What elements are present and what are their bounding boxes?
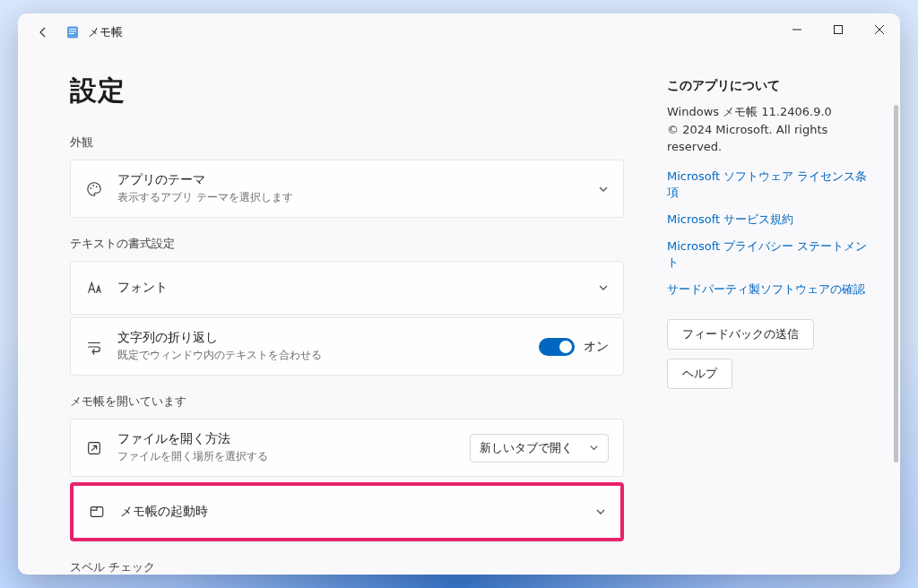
- word-wrap-sub: 既定でウィンドウ内のテキストを合わせる: [117, 348, 524, 363]
- close-button[interactable]: [859, 13, 900, 46]
- file-open-combo-value: 新しいタブで開く: [480, 440, 573, 456]
- tab-icon: [88, 504, 106, 520]
- about-heading: このアプリについて: [667, 78, 875, 94]
- app-theme-row[interactable]: アプリのテーマ 表示するアプリ テーマを選択します: [70, 160, 624, 218]
- window-controls: [776, 13, 900, 46]
- svg-rect-0: [67, 27, 78, 39]
- notepad-app-icon: [65, 24, 81, 40]
- word-wrap-row[interactable]: 文字列の折り返し 既定でウィンドウ内のテキストを合わせる オン: [70, 317, 624, 376]
- app-title: メモ帳: [88, 24, 123, 40]
- back-button[interactable]: [27, 16, 59, 48]
- maximize-button[interactable]: [818, 13, 859, 46]
- copyright-line: © 2024 Microsoft. All rights reserved.: [667, 123, 827, 154]
- word-wrap-toggle[interactable]: [539, 338, 575, 356]
- scrollbar-thumb[interactable]: [894, 105, 898, 463]
- svg-rect-2: [69, 31, 76, 32]
- chevron-down-icon: [598, 184, 609, 195]
- section-textformat-label: テキストの書式設定: [70, 236, 624, 252]
- startup-title: メモ帳の起動時: [120, 504, 581, 520]
- help-button[interactable]: ヘルプ: [667, 359, 732, 389]
- minimize-button[interactable]: [776, 13, 818, 46]
- file-open-row[interactable]: ファイルを開く方法 ファイルを開く場所を選択する 新しいタブで開く: [70, 419, 624, 477]
- titlebar: メモ帳: [18, 13, 900, 51]
- file-open-combo[interactable]: 新しいタブで開く: [470, 434, 609, 463]
- about-text: Windows メモ帳 11.2406.9.0 © 2024 Microsoft…: [667, 103, 875, 156]
- svg-point-7: [96, 186, 98, 187]
- app-theme-sub: 表示するアプリ テーマを選択します: [117, 190, 584, 205]
- svg-point-5: [91, 187, 92, 189]
- section-opening-label: メモ帳を開いています: [70, 393, 624, 410]
- app-theme-title: アプリのテーマ: [117, 172, 584, 188]
- svg-rect-4: [835, 26, 843, 34]
- font-title: フォント: [117, 280, 584, 296]
- startup-row[interactable]: メモ帳の起動時: [70, 482, 624, 541]
- chevron-down-icon: [589, 443, 599, 453]
- chevron-down-icon: [598, 282, 609, 293]
- section-spellcheck-label: スペル チェック: [70, 559, 624, 575]
- file-open-sub: ファイルを開く場所を選択する: [117, 449, 455, 464]
- font-row[interactable]: フォント: [70, 261, 624, 315]
- about-sidebar: このアプリについて Windows メモ帳 11.2406.9.0 © 2024…: [667, 51, 900, 575]
- chevron-down-icon: [595, 506, 606, 517]
- content-area: 設定 外観 アプリのテーマ 表示するアプリ テーマを選択します: [18, 51, 900, 575]
- license-link[interactable]: Microsoft ソフトウェア ライセンス条項: [667, 169, 875, 201]
- section-appearance-label: 外観: [70, 134, 624, 151]
- svg-point-6: [92, 185, 94, 186]
- app-window: メモ帳 設定 外観 アプリのテーマ: [18, 13, 900, 575]
- thirdparty-link[interactable]: サードパーティ製ソフトウェアの確認: [667, 281, 875, 298]
- service-terms-link[interactable]: Microsoft サービス規約: [667, 212, 875, 228]
- version-line: Windows メモ帳 11.2406.9.0: [667, 105, 832, 118]
- word-wrap-toggle-label: オン: [584, 339, 609, 355]
- palette-icon: [85, 181, 103, 197]
- file-open-title: ファイルを開く方法: [117, 431, 455, 447]
- feedback-button[interactable]: フィードバックの送信: [667, 319, 814, 350]
- font-icon: [85, 280, 103, 296]
- about-links: Microsoft ソフトウェア ライセンス条項 Microsoft サービス規…: [667, 169, 875, 298]
- privacy-link[interactable]: Microsoft プライバシー ステートメント: [667, 238, 875, 271]
- svg-rect-1: [69, 29, 76, 30]
- open-file-icon: [85, 440, 103, 456]
- wrap-icon: [85, 339, 103, 355]
- svg-rect-3: [69, 33, 74, 34]
- page-title: 設定: [70, 73, 624, 109]
- settings-main: 設定 外観 アプリのテーマ 表示するアプリ テーマを選択します: [18, 51, 667, 575]
- word-wrap-title: 文字列の折り返し: [117, 330, 524, 346]
- scrollbar[interactable]: [894, 105, 898, 564]
